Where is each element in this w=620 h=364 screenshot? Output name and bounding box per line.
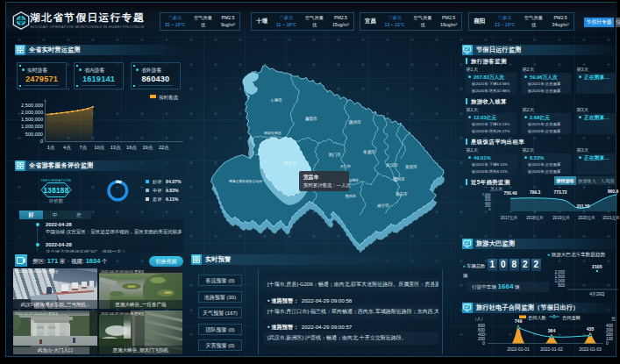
svg-text:差评: 差评 [152,196,162,202]
svg-text:武汉市: 武汉市 [386,163,398,168]
svg-text:孝感市: 孝感市 [363,150,375,154]
svg-text:2022-01-03: 2022-01-03 [579,346,602,352]
svg-text:万人次: 万人次 [489,186,503,191]
svg-text:773.72: 773.72 [554,190,567,195]
svg-text:好评: 好评 [153,179,162,185]
svg-text:元: 元 [611,316,616,321]
svg-text:宜昌市: 宜昌市 [303,174,319,181]
svg-text:84.07%: 84.07% [166,179,182,184]
svg-text:鄂州市: 鄂州市 [393,176,405,182]
svg-text:19点: 19点 [142,145,153,150]
svg-text:9.83%: 9.83% [166,188,179,193]
svg-text:364: 364 [548,328,556,333]
svg-text:2019元旦: 2019元旦 [552,215,570,220]
svg-text:500,000: 500,000 [25,132,43,137]
svg-text:随州市: 随州市 [349,119,361,125]
svg-text:荆门市: 荆门市 [328,153,341,157]
svg-text:神农架林区: 神农架林区 [263,131,281,135]
svg-text:0: 0 [488,207,491,211]
svg-text:天门市: 天门市 [340,164,351,168]
svg-text:评价数: 评价数 [49,198,64,203]
svg-text:2017元旦: 2017元旦 [501,215,518,220]
svg-text:合同金额: 合同金额 [562,315,581,321]
svg-text:实时客流: 实时客流 [159,95,179,101]
svg-text:22点: 22点 [159,145,169,150]
svg-text:201.55: 201.55 [577,204,590,209]
svg-text:6.11%: 6.11% [166,196,179,202]
svg-text:INFORMATION: INFORMATION [41,178,72,182]
svg-text:1点: 1点 [47,145,55,150]
svg-text:2105: 2105 [592,264,602,269]
svg-text:0: 0 [606,341,609,346]
svg-text:16点: 16点 [126,145,137,150]
svg-text:4点: 4点 [63,145,71,150]
svg-text:荆州市: 荆州市 [346,194,357,198]
svg-text:138188: 138188 [43,187,68,195]
svg-text:500: 500 [558,283,565,288]
svg-text:实时累计客流：—人次: 实时累计客流：—人次 [303,182,352,189]
svg-text:合同人数: 合同人数 [528,315,547,321]
svg-text:2,500,000: 2,500,000 [21,103,43,108]
svg-text:1,000,000: 1,000,000 [21,124,43,129]
svg-text:13点: 13点 [110,145,121,150]
svg-text:十堰市: 十堰市 [270,97,282,103]
svg-text:0: 0 [482,341,485,346]
svg-text:2022-01-02: 2022-01-02 [540,346,563,352]
svg-text:2018元旦: 2018元旦 [526,215,544,220]
svg-text:750.49: 750.49 [504,191,517,196]
svg-text:咸宁市: 咸宁市 [377,203,389,208]
svg-text:860.9: 860.9 [608,189,619,194]
svg-text:2022-01-01: 2022-01-01 [507,346,530,352]
svg-text:4月29日: 4月29日 [589,292,605,296]
svg-text:2,000,000: 2,000,000 [21,110,43,115]
svg-text:恩施土家族苗族自治州: 恩施土家族苗族自治州 [228,179,262,183]
svg-text:435: 435 [587,326,595,332]
svg-text:中评: 中评 [153,188,162,193]
svg-text:宜昌市: 宜昌市 [284,161,297,166]
svg-text:799.3: 799.3 [530,190,541,195]
svg-text:0: 0 [40,139,43,144]
svg-text:1,500,000: 1,500,000 [21,117,43,122]
svg-text:7点: 7点 [79,145,87,150]
svg-text:（人）: （人） [473,317,485,321]
svg-text:2020元旦: 2020元旦 [578,215,595,220]
svg-text:749: 749 [515,318,523,324]
svg-text:2021元旦: 2021元旦 [602,215,620,220]
svg-text:10点: 10点 [94,145,104,150]
